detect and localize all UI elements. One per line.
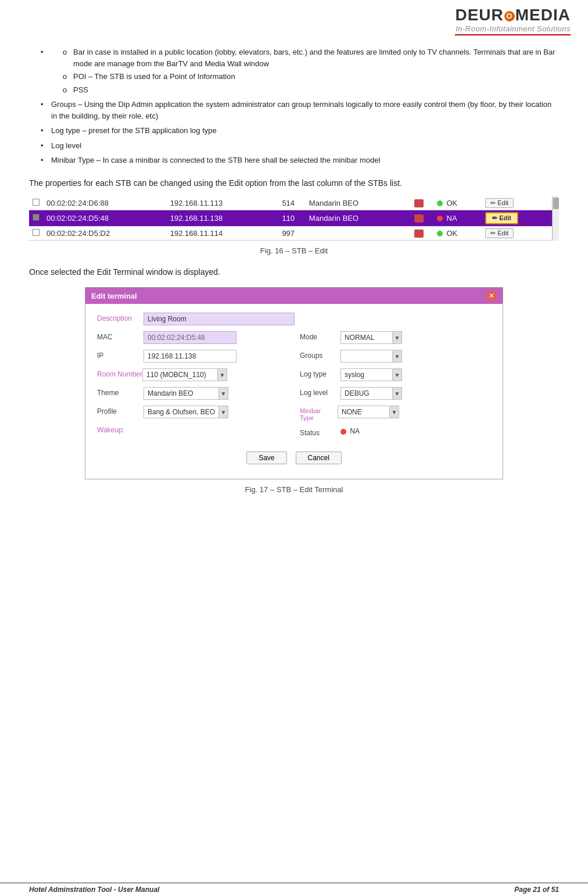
terminal-icon-2 (414, 230, 424, 238)
terminal-icon (414, 199, 424, 207)
mac-input[interactable] (144, 331, 236, 344)
mac-cell: 00:02:02:24:D6:88 (43, 196, 167, 210)
status-na-icon (340, 429, 346, 435)
icon-cell-2 (405, 226, 433, 240)
theme-cell-selected: Mandarin BEO (306, 210, 405, 226)
right-col: Mode ▼ Groups ▼ (300, 331, 491, 443)
room-number-dropdown-arrow[interactable]: ▼ (218, 368, 227, 381)
mac-label: MAC (97, 331, 144, 341)
ip-input[interactable] (144, 350, 236, 363)
minibar-row: MinibarType ▼ (300, 406, 491, 421)
footer-left: Hotel Adminstration Tool - User Manual (29, 886, 159, 894)
status-ok-dot (437, 200, 443, 206)
profile-input[interactable] (144, 406, 219, 418)
checkbox-checked (33, 214, 40, 221)
ip-label: IP (97, 350, 144, 360)
room-number-select: ▼ (142, 368, 227, 381)
logtype-input[interactable] (340, 368, 393, 381)
wakeup-label: Wakeup: (97, 424, 138, 434)
profile-label: Profile (97, 406, 144, 415)
logo-o-icon: O (504, 11, 515, 21)
loglevel-label: Log level (300, 387, 340, 397)
status-cell-selected: NA (433, 210, 482, 226)
ip-cell: 192.168.11.113 (167, 196, 271, 210)
inner-item-pss: PSS (63, 84, 559, 96)
theme-input[interactable] (144, 387, 219, 400)
checkbox-unchecked (33, 199, 40, 206)
description-input[interactable] (144, 313, 295, 325)
ip-row: IP (97, 350, 288, 363)
main-content: Bar in case is installed in a public loc… (0, 38, 588, 528)
inner-list: Bar in case is installed in a public loc… (51, 46, 559, 95)
cancel-button[interactable]: Cancel (296, 451, 342, 464)
bullet-item-logtype: Log type – preset for the STB applicatio… (41, 125, 559, 137)
fig16-caption: Fig. 16 – STB – Edit (29, 246, 559, 255)
mac-row: MAC (97, 331, 288, 344)
checkbox-cell-selected (29, 210, 43, 226)
status-cell-2: OK (433, 226, 482, 240)
mac-cell-selected: 00:02:02:24:D5:48 (43, 210, 167, 226)
profile-dropdown-arrow[interactable]: ▼ (219, 406, 228, 418)
loglevel-dropdown-arrow[interactable]: ▼ (393, 387, 402, 400)
edit-button-2[interactable]: ✏ Edit (485, 228, 514, 238)
table-row-2: 00:02:02:24:D5:D2 192.168.11.114 997 OK … (29, 226, 552, 240)
profile-select: ▼ (144, 406, 228, 418)
wakeup-row: Wakeup: (97, 424, 288, 434)
edit-button[interactable]: ✏ Edit (485, 198, 514, 208)
groups-row: Groups ▼ (300, 350, 491, 363)
logo-area: DEUROMEDIA In-Room-Infotainment Solution… (455, 6, 571, 35)
dialog-body: Description MAC IP (85, 304, 503, 479)
mode-input[interactable] (340, 331, 393, 344)
checkbox-unchecked-2 (33, 229, 40, 236)
loglevel-input[interactable] (340, 387, 393, 400)
inner-item-bar: Bar in case is installed in a public loc… (63, 46, 559, 69)
ip-cell-2: 192.168.11.114 (167, 226, 271, 240)
description-row: Description (97, 313, 491, 325)
minibar-dropdown-arrow[interactable]: ▼ (390, 406, 399, 418)
stb-table-figure: 00:02:02:24:D6:88 192.168.11.113 514 Man… (29, 196, 559, 241)
left-col: MAC IP Room Number (97, 331, 288, 443)
groups-label: Groups (300, 350, 340, 360)
dialog-titlebar: Edit terminal ✕ (85, 288, 503, 304)
status-text: NA (350, 427, 360, 435)
groups-input[interactable] (340, 350, 393, 363)
theme-row: Theme ▼ (97, 387, 288, 400)
status-row: Status NA (300, 427, 491, 437)
fig17-caption: Fig. 17 – STB – Edit Terminal (29, 485, 559, 494)
logtype-select: ▼ (340, 368, 402, 381)
logo-deur-text: DEUR (455, 6, 503, 24)
theme-cell: Mandarin BEO (306, 196, 405, 210)
num-cell: 514 (271, 196, 306, 210)
edit-cell-selected: ✏ Edit (482, 210, 552, 226)
room-number-label: Room Number (97, 368, 142, 378)
theme-label: Theme (97, 387, 144, 397)
minibar-input[interactable] (338, 406, 390, 418)
dialog-close-button[interactable]: ✕ (486, 291, 497, 301)
status-value: NA (340, 427, 360, 435)
ip-cell-selected: 192.168.11.138 (167, 210, 271, 226)
loglevel-select: ▼ (340, 387, 402, 400)
scrollbar[interactable] (552, 196, 559, 241)
loglevel-row: Log level ▼ (300, 387, 491, 400)
logo-underline (455, 34, 571, 35)
icon-cell (405, 196, 433, 210)
bullet-list: Bar in case is installed in a public loc… (29, 46, 559, 166)
edit-button-highlighted[interactable]: ✏ Edit (485, 212, 518, 224)
para-edit-terminal: Once selected the Edit Terminal window i… (29, 266, 559, 278)
scroll-thumb[interactable] (553, 198, 559, 209)
mode-dropdown-arrow[interactable]: ▼ (393, 331, 402, 344)
logtype-dropdown-arrow[interactable]: ▼ (393, 368, 402, 381)
profile-row: Profile ▼ (97, 406, 288, 418)
theme-dropdown-arrow[interactable]: ▼ (219, 387, 228, 400)
status-na-dot (437, 216, 443, 221)
room-number-input[interactable] (142, 368, 218, 381)
bullet-item-groups: Groups – Using the Dip Admin application… (41, 99, 559, 121)
footer-right: Page 21 of 51 (514, 886, 559, 894)
stb-table: 00:02:02:24:D6:88 192.168.11.113 514 Man… (29, 196, 552, 241)
save-button[interactable]: Save (246, 451, 286, 464)
groups-select: ▼ (340, 350, 402, 363)
mode-label: Mode (300, 331, 340, 341)
bullet-item-bar: Bar in case is installed in a public loc… (41, 46, 559, 95)
groups-dropdown-arrow[interactable]: ▼ (393, 350, 402, 363)
terminal-icon-selected (414, 214, 424, 223)
